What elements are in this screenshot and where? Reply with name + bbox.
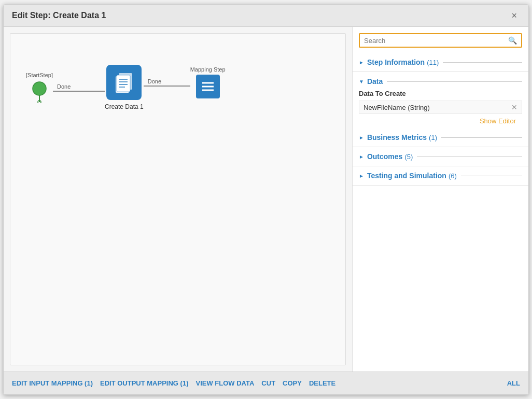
connector-2-line [144,86,190,87]
show-editor-link[interactable]: Show Editor [359,114,522,125]
testing-simulation-line [461,176,522,176]
business-metrics-header[interactable]: ► Business Metrics (1) [359,131,522,144]
data-item-text: NewFileName (String) [363,104,430,111]
outcomes-line [417,156,522,157]
outcomes-header[interactable]: ► Outcomes (5) [359,150,522,163]
svg-rect-4 [117,75,130,92]
step-information-title: Step Information [367,58,425,66]
canvas-area: [StartStep] Done [10,33,346,365]
outcomes-count: (5) [404,153,413,161]
search-icon: 🔍 [508,36,517,45]
connector-1-label: Done [57,83,71,90]
create-data-node[interactable]: Create Data 1 [105,65,144,110]
business-metrics-line [441,137,522,138]
data-triangle: ▼ [359,79,364,84]
step-information-header[interactable]: ► Step Information (11) [359,56,522,68]
footer-bar: EDIT INPUT MAPPING (1) EDIT OUTPUT MAPPI… [4,372,528,394]
testing-simulation-title: Testing and Simulation [367,172,446,180]
section-business-metrics: ► Business Metrics (1) [353,128,528,147]
right-panel: 🔍 ► Step Information (11) ▼ Data [352,27,528,372]
create-data-label: Create Data 1 [105,103,144,110]
connector-1: Done [53,83,105,92]
data-to-create-label: Data To Create [359,90,522,97]
data-item-close-button[interactable]: ✕ [511,103,517,111]
data-content: Data To Create NewFileName (String) ✕ [359,88,522,114]
testing-simulation-header[interactable]: ► Testing and Simulation (6) [359,169,522,182]
modal-body: [StartStep] Done [4,27,528,372]
outcomes-triangle: ► [359,154,364,160]
connector-2-label: Done [148,78,161,84]
section-outcomes: ► Outcomes (5) [353,147,528,166]
testing-simulation-triangle: ► [359,173,364,179]
step-information-triangle: ► [359,60,364,65]
section-testing-simulation: ► Testing and Simulation (6) [353,166,528,186]
delete-button[interactable]: DELETE [309,377,343,389]
list-icon [200,79,216,94]
connector-2: Done [144,78,190,87]
search-bar: 🔍 [359,33,522,48]
edit-output-mapping-button[interactable]: EDIT OUTPUT MAPPING (1) [100,377,195,389]
outcomes-title: Outcomes [367,152,402,161]
section-step-information: ► Step Information (11) [353,53,528,72]
step-information-count: (11) [427,59,439,66]
flow-diagram: [StartStep] Done [26,65,345,110]
edit-input-mapping-button[interactable]: EDIT INPUT MAPPING (1) [12,377,100,389]
modal-container: Edit Step: Create Data 1 × [StartStep] D… [3,4,529,395]
step-information-line [443,62,522,63]
connector-1-line [53,91,105,92]
data-title: Data [367,77,383,86]
close-button[interactable]: × [508,10,520,21]
mapping-icon [196,75,220,98]
svg-point-0 [33,82,46,95]
testing-simulation-count: (6) [449,172,457,180]
data-header[interactable]: ▼ Data [359,75,522,88]
all-button[interactable]: ALL [500,377,520,389]
business-metrics-title: Business Metrics [367,133,427,141]
start-node-group: [StartStep] [26,72,53,103]
mapping-node-top-label: Mapping Step [190,66,226,73]
cut-button[interactable]: CUT [261,377,283,389]
copy-button[interactable]: COPY [283,377,309,389]
create-data-icon [106,65,142,100]
view-flow-data-button[interactable]: VIEW FLOW DATA [195,377,261,389]
modal-title: Edit Step: Create Data 1 [12,11,106,20]
business-metrics-triangle: ► [359,135,364,140]
data-line [387,81,522,82]
modal-header: Edit Step: Create Data 1 × [4,5,528,27]
data-item-row: NewFileName (String) ✕ [359,101,522,114]
copy-icon [113,71,135,94]
start-node-label: [StartStep] [26,72,53,78]
mapping-node[interactable]: Mapping Step [190,66,226,98]
section-data: ▼ Data Data To Create NewFileName (Strin… [353,72,528,128]
start-pin-icon [32,81,47,103]
business-metrics-count: (1) [429,134,437,141]
search-input[interactable] [364,37,508,45]
